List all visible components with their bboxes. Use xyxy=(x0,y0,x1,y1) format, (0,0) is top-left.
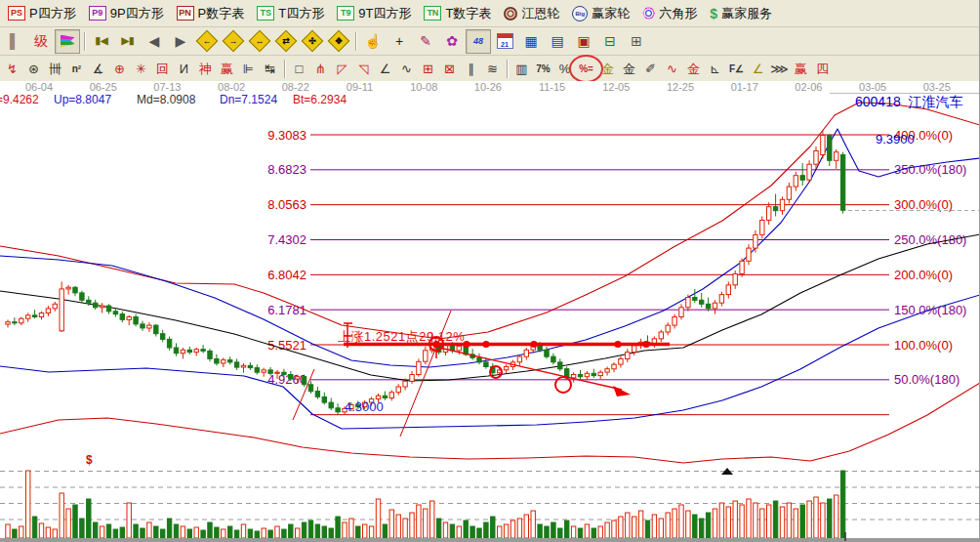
fan-box-tool-icon: ◸ xyxy=(338,63,347,75)
trend-zigzag-tool[interactable]: ↯ xyxy=(2,58,22,81)
diamond-hshrink-button[interactable]: ⇄ xyxy=(273,29,299,54)
annotate-button[interactable]: ✎ xyxy=(413,29,438,54)
svg-text:6.8042: 6.8042 xyxy=(267,268,306,282)
box-tool[interactable]: □ xyxy=(289,58,309,81)
menu-p-square[interactable]: PSP四方形 xyxy=(8,5,76,22)
gold-box-tool[interactable]: 金 xyxy=(683,58,704,81)
prev-bar-button-icon: ◀ xyxy=(149,34,160,48)
menu-winner-service[interactable]: $赢家服务 xyxy=(710,5,772,22)
angle-f-tool[interactable]: F∠ xyxy=(726,58,747,81)
menu-t-square[interactable]: TST四方形 xyxy=(257,5,324,22)
gold-circle-tool[interactable]: 金 xyxy=(597,58,618,81)
step-tool-icon: ⋙ xyxy=(770,63,789,75)
gann-wheel-tool[interactable]: ⊛ xyxy=(23,58,44,81)
menu-9t-square[interactable]: T99T四方形 xyxy=(337,5,411,22)
brush-tool[interactable]: ✐ xyxy=(640,58,661,81)
price-grid-tool[interactable]: ▥ xyxy=(511,58,532,81)
crosshair-button[interactable]: + xyxy=(387,29,412,54)
wave-tool[interactable]: ∿ xyxy=(396,58,417,81)
angle-y-tool[interactable]: ⊾ xyxy=(705,58,725,81)
menu-gann-wheel[interactable]: 江恩轮 xyxy=(504,5,559,22)
notes-button-icon: ▤ xyxy=(551,34,563,48)
diamond-expand-button[interactable]: ✣ xyxy=(300,29,325,54)
dollar-icon: $ xyxy=(710,6,717,21)
menu-bar: PSP四方形P99P四方形PNP数字表TST四方形T99T四方形TNT数字表江恩… xyxy=(0,0,979,27)
channel-tool[interactable]: ≋ xyxy=(482,58,503,81)
gold-circle-tool-icon: 金 xyxy=(601,63,614,75)
svg-text:300.0%(0): 300.0%(0) xyxy=(894,197,953,212)
n-square-tool[interactable]: n² xyxy=(66,58,87,81)
target-circle-tool[interactable]: ⊕ xyxy=(109,58,130,81)
menu-9p-square[interactable]: P99P四方形 xyxy=(89,5,164,22)
svg-text:Md=8.0908: Md=8.0908 xyxy=(137,93,196,106)
percent-tool[interactable]: % xyxy=(554,58,575,81)
angle-ruler-tool[interactable]: ∡ xyxy=(88,58,108,81)
parallel-tool[interactable]: ∥ xyxy=(461,58,481,81)
diamond-right-button[interactable]: → xyxy=(221,29,246,54)
export-button[interactable]: ⊟ xyxy=(597,29,623,54)
square-spiral-tool[interactable]: 回 xyxy=(152,58,173,81)
menu-label: 赢家服务 xyxy=(721,5,772,22)
calculator-button[interactable]: ▦ xyxy=(518,29,544,54)
indicator-48-button[interactable]: 48 xyxy=(466,29,491,54)
grid-tool[interactable]: ⊞ xyxy=(418,58,438,81)
fan-tool-icon: ⋔ xyxy=(315,63,326,75)
fan-box-tool[interactable]: ◸ xyxy=(332,58,352,81)
svg-text:Up=8.8047: Up=8.8047 xyxy=(54,93,111,106)
ray-box-tool[interactable]: ◹ xyxy=(353,58,374,81)
save-button[interactable]: ▣ xyxy=(571,29,596,54)
diamond-hexpand-button[interactable]: ↔ xyxy=(247,29,272,54)
n-square-tool-icon: n² xyxy=(72,64,81,74)
menu-hexagon[interactable]: 六角形 xyxy=(642,5,697,22)
last-bar-button[interactable]: ▶▮ xyxy=(115,29,141,54)
percent-wave-tool[interactable]: 7% xyxy=(533,58,553,81)
menu-label: P四方形 xyxy=(29,5,76,22)
fan-tool[interactable]: ⋔ xyxy=(310,58,331,81)
svg-text:01-17: 01-17 xyxy=(731,81,758,93)
menu-p-square-icon: PS xyxy=(8,6,25,21)
ying2-tool[interactable]: 赢 xyxy=(791,58,811,81)
toolbar-main: ▌级▮◀▶▮◀▶←→↔⇄✣✥☝+✎✿4821▦▤▣⊟⊞ xyxy=(0,27,979,56)
menu-winner-wheel[interactable]: Big赢家轮 xyxy=(572,5,630,22)
h-measure-tool[interactable]: ↹ xyxy=(260,58,280,81)
ruler-123-tool[interactable]: ⊫ xyxy=(238,58,259,81)
svg-text:=9.4262: =9.4262 xyxy=(0,93,39,106)
svg-text:06-25: 06-25 xyxy=(90,81,117,93)
gold-angle-tool[interactable]: ∠ xyxy=(748,58,768,81)
step-tool[interactable]: ⋙ xyxy=(769,58,790,81)
notes-button[interactable]: ▤ xyxy=(545,29,570,54)
shen-tool[interactable]: 神 xyxy=(195,58,216,81)
grid-diag-tool[interactable]: ⊠ xyxy=(439,58,460,81)
menu-t-table[interactable]: TNT数字表 xyxy=(424,5,491,22)
next-bar-button[interactable]: ▶ xyxy=(168,29,193,54)
diamond-full-button[interactable]: ✥ xyxy=(326,29,351,54)
magic-tool-button[interactable]: ✿ xyxy=(439,29,465,54)
stock-info-button[interactable]: 级 xyxy=(28,29,54,54)
gold-line-tool[interactable]: 金 xyxy=(619,58,639,81)
ying-tool[interactable]: 赢 xyxy=(217,58,237,81)
gold-line-tool-icon: 金 xyxy=(623,63,635,75)
time-ruler-tool[interactable]: 卌 xyxy=(45,58,65,81)
system-button-icon: ⊞ xyxy=(631,34,642,48)
four-tool[interactable]: 四 xyxy=(812,58,833,81)
menu-p-table[interactable]: PNP数字表 xyxy=(177,5,245,22)
wave-percent-tool[interactable]: ∿ xyxy=(662,58,682,81)
color-chart-button[interactable] xyxy=(55,29,80,54)
n-wave-tool[interactable]: И xyxy=(174,58,194,81)
svg-text:250.0%(180): 250.0%(180) xyxy=(894,232,966,247)
menu-label: 9P四方形 xyxy=(110,5,164,22)
calendar-button[interactable]: 21 xyxy=(492,29,517,54)
angle-lines-tool[interactable]: ∠ xyxy=(375,58,395,81)
prev-bar-button[interactable]: ◀ xyxy=(142,29,167,54)
hand-tool-button[interactable]: ☝ xyxy=(360,29,386,54)
time-ruler-tool-icon: 卌 xyxy=(49,63,61,75)
spiral-tool[interactable]: ✳ xyxy=(131,58,151,81)
clipped-icon[interactable]: ▌ xyxy=(2,29,27,54)
diamond-right-button-icon: → xyxy=(225,32,242,50)
percent-levels-tool[interactable]: %= xyxy=(576,58,596,81)
system-button[interactable]: ⊞ xyxy=(624,29,649,54)
chart-canvas[interactable]: 06-0406-2507-1308-0208-2209-1110-0810-26… xyxy=(0,81,980,542)
svg-text:08-02: 08-02 xyxy=(218,81,245,93)
diamond-left-button[interactable]: ← xyxy=(194,29,220,54)
first-bar-button[interactable]: ▮◀ xyxy=(89,29,114,54)
